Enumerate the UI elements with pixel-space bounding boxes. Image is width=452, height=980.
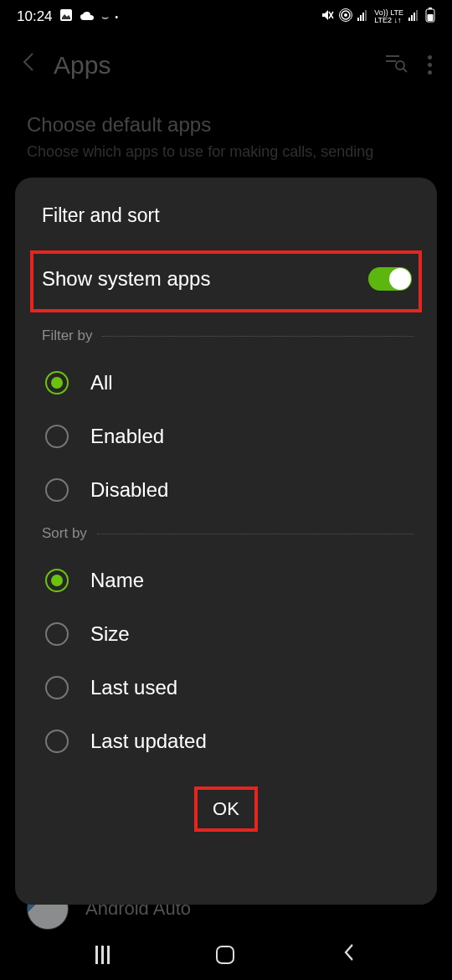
more-options-icon[interactable]	[428, 55, 432, 75]
sort-option-name[interactable]: Name	[39, 554, 413, 607]
svg-point-20	[396, 61, 404, 70]
sort-option-size[interactable]: Size	[39, 607, 413, 661]
sort-option-last-used[interactable]: Last used	[39, 661, 413, 714]
radio-icon	[45, 425, 69, 448]
radio-icon	[45, 730, 69, 753]
wave-icon: ⌣	[101, 10, 109, 24]
radio-icon	[45, 569, 69, 592]
svg-rect-10	[365, 10, 367, 21]
background-content: Choose default apps Choose which apps to…	[0, 96, 452, 178]
radio-icon	[45, 676, 69, 699]
mute-icon	[321, 8, 334, 26]
lte-label: Vo)) LTE LTE2 ↓↑	[374, 9, 403, 24]
status-bar: 10:24 ⌣ • Vo)) LTE LTE2 ↓↑	[0, 0, 452, 34]
search-filter-icon[interactable]	[386, 53, 408, 78]
battery-icon	[425, 8, 435, 27]
svg-rect-7	[357, 18, 359, 21]
radio-icon	[45, 371, 69, 395]
sort-option-last-updated[interactable]: Last updated	[39, 714, 413, 768]
ok-button[interactable]: OK	[194, 787, 258, 832]
nav-recents-icon[interactable]	[95, 946, 110, 964]
filter-option-enabled[interactable]: Enabled	[39, 410, 413, 463]
radio-icon	[45, 478, 69, 502]
bg-section-title: Choose default apps	[27, 113, 425, 137]
gallery-icon	[59, 8, 73, 26]
filter-option-all[interactable]: All	[39, 356, 413, 410]
svg-rect-11	[408, 18, 410, 21]
filter-by-header: Filter by	[39, 328, 413, 344]
signal-2-icon	[408, 8, 420, 25]
filter-option-disabled[interactable]: Disabled	[39, 463, 413, 517]
page-title: Apps	[54, 51, 369, 80]
back-icon[interactable]	[20, 50, 37, 80]
app-header: Apps	[0, 34, 452, 96]
svg-rect-8	[360, 15, 362, 21]
dialog-title: Filter and sort	[39, 204, 413, 227]
signal-1-icon	[357, 8, 369, 25]
svg-rect-13	[413, 13, 415, 21]
cloud-icon	[80, 8, 95, 25]
show-system-label: Show system apps	[40, 267, 210, 291]
nav-home-icon[interactable]	[216, 946, 234, 964]
hotspot-icon	[339, 8, 352, 26]
sort-by-header: Sort by	[39, 525, 413, 542]
svg-rect-12	[411, 15, 413, 21]
filter-sort-dialog: Filter and sort Show system apps Filter …	[15, 178, 437, 905]
svg-rect-17	[428, 14, 434, 21]
nav-back-icon[interactable]	[343, 941, 355, 969]
dot-icon: •	[116, 13, 119, 22]
svg-rect-9	[362, 13, 364, 21]
svg-line-21	[403, 69, 407, 72]
navigation-bar	[0, 930, 452, 980]
show-system-toggle[interactable]	[368, 267, 412, 291]
bg-section-sub: Choose which apps to use for making call…	[27, 143, 425, 161]
status-time: 10:24	[17, 8, 53, 25]
radio-icon	[45, 622, 69, 646]
svg-rect-14	[416, 10, 418, 21]
show-system-apps-row[interactable]: Show system apps	[30, 250, 422, 312]
svg-point-4	[344, 13, 347, 17]
